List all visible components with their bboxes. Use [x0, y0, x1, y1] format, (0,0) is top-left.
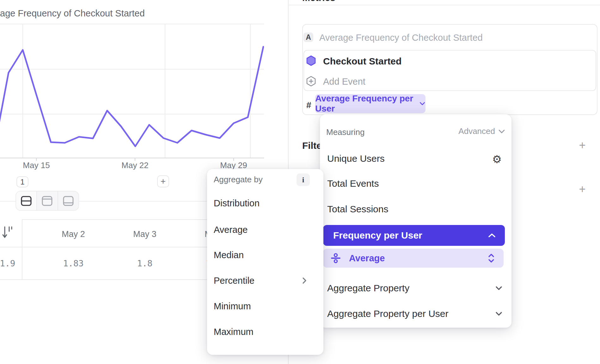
item-label: Aggregate Property — [327, 283, 409, 294]
chevron-up-down-icon — [488, 253, 495, 263]
gear-icon[interactable]: ⚙ — [491, 153, 503, 166]
split-top-icon — [41, 196, 53, 206]
measurement-dropdown-label: Average Frequency per User — [315, 94, 415, 114]
add-breakdown-button[interactable]: + — [575, 182, 589, 196]
table-cell-may-3: 1.8 — [123, 258, 167, 268]
measurement-hash-icon: # — [306, 100, 311, 110]
menu-subitem-average[interactable]: Average — [323, 249, 504, 268]
chevron-down-icon — [498, 129, 505, 134]
chart-gridlines — [0, 24, 264, 158]
advanced-toggle[interactable]: Advanced — [458, 126, 505, 136]
item-label: Percentile — [214, 276, 254, 286]
menu-item-minimum[interactable]: Minimum — [207, 299, 323, 313]
menu-item-aggregate-property-per-user[interactable]: Aggregate Property per User — [320, 306, 511, 321]
measuring-menu: Measuring Advanced Unique Users ⚙ Total … — [320, 114, 511, 328]
menu-item-distribution[interactable]: Distribution — [207, 196, 323, 210]
line-chart-plot — [0, 24, 264, 162]
subitem-label: Average — [349, 253, 385, 264]
chevron-down-icon — [495, 286, 503, 291]
sort-icon[interactable] — [2, 226, 13, 241]
menu-item-maximum[interactable]: Maximum — [207, 325, 323, 339]
table-column-separator — [22, 219, 22, 280]
chevron-down-icon — [495, 312, 503, 316]
menu-item-total-sessions[interactable]: Total Sessions — [320, 202, 511, 216]
add-event-hexagon-icon — [306, 76, 316, 88]
menu-item-average[interactable]: Average — [207, 223, 323, 237]
x-tick-may-15: May 15 — [14, 161, 58, 170]
table-cell-clipped: 1.9 — [0, 258, 30, 268]
event-row[interactable]: Checkout Started — [323, 56, 401, 67]
item-label: Aggregate Property per User — [327, 308, 449, 319]
table-cell-may-2: 1.83 — [51, 258, 95, 268]
table-header-may-2[interactable]: May 2 — [51, 229, 95, 239]
interval-chip[interactable]: 1 — [16, 176, 28, 187]
menu-item-aggregate-property[interactable]: Aggregate Property — [320, 281, 511, 295]
chevron-down-icon — [419, 101, 426, 106]
layout-table-focus-button[interactable] — [58, 191, 78, 210]
split-equal-icon — [21, 196, 32, 206]
chart-title: age Frequency of Checkout Started — [0, 8, 145, 19]
header-divider — [289, 5, 600, 5]
x-tick-may-22: May 22 — [113, 161, 157, 170]
selected-item-label: Frequency per User — [333, 230, 422, 241]
add-event-button[interactable]: Add Event — [323, 76, 365, 87]
menu-item-frequency-per-user-selected[interactable]: Frequency per User — [323, 225, 505, 246]
add-filter-button[interactable]: + — [575, 138, 589, 152]
event-hexagon-icon — [306, 55, 316, 67]
menu-item-total-events[interactable]: Total Events — [320, 176, 511, 191]
chevron-up-icon — [488, 233, 496, 238]
metric-letter-badge: A — [303, 33, 313, 42]
menu-item-percentile[interactable]: Percentile — [207, 274, 323, 288]
menu-item-unique-users[interactable]: Unique Users — [320, 151, 511, 166]
measurement-dropdown[interactable]: Average Frequency per User — [315, 94, 426, 113]
info-icon[interactable]: i — [297, 173, 310, 186]
menu-item-median[interactable]: Median — [207, 248, 323, 262]
layout-toggle-group — [15, 191, 79, 211]
metrics-section-title: Metrics — [302, 0, 335, 3]
chart-line-series — [0, 47, 263, 152]
table-header-may-3[interactable]: May 3 — [123, 229, 167, 239]
metric-name-input[interactable]: Average Frequency of Checkout Started — [319, 33, 483, 43]
add-chart-button[interactable]: + — [157, 175, 169, 187]
layout-split-equal-button[interactable] — [16, 191, 36, 210]
chevron-right-icon — [302, 277, 307, 284]
average-division-icon — [331, 253, 341, 263]
advanced-label: Advanced — [458, 126, 495, 136]
aggregate-by-menu: Aggregate by i Distribution Average Medi… — [207, 169, 323, 355]
split-bottom-icon — [63, 196, 74, 206]
aggregate-menu-title: Aggregate by — [214, 175, 263, 185]
layout-chart-focus-button[interactable] — [36, 191, 57, 210]
measuring-menu-title: Measuring — [326, 127, 364, 137]
